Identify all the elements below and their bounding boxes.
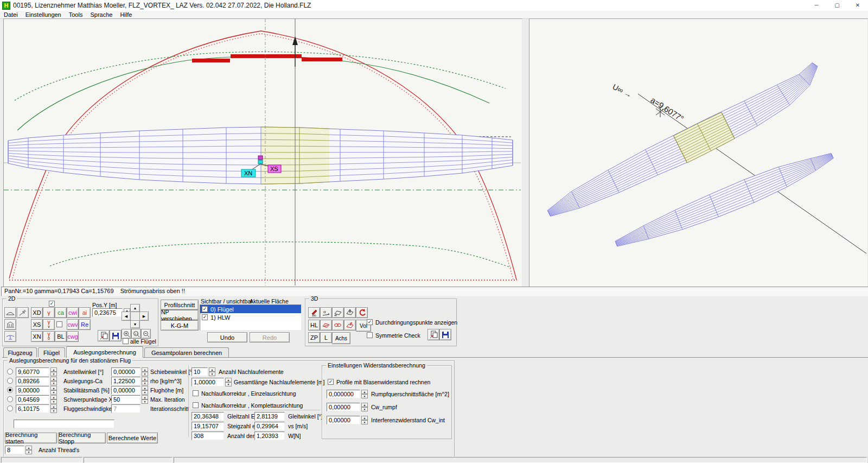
anstellwinkel-spinner[interactable] [50,367,57,376]
cw-rumpf-spinner[interactable] [361,403,368,411]
save-plot-button[interactable] [110,330,122,341]
panel-pick-button[interactable] [308,307,320,318]
xs-button[interactable]: XS [31,319,43,330]
xd-button[interactable]: XD [31,307,43,318]
alle-fluegel-checkbox[interactable] [123,338,129,344]
hlw-visible-checkbox[interactable] [202,314,208,320]
ca-button[interactable]: ca [55,307,67,318]
np-verschieben-button[interactable]: NP verschieben [161,310,199,320]
pos-y-field[interactable]: 0,23675 [92,308,123,317]
rumpfquerschnitt-spinner[interactable] [361,390,368,398]
list-item-hlw[interactable]: 1) HLW [200,313,301,321]
minimize-button[interactable]: ─ [806,0,827,11]
menu-tools[interactable]: Tools [65,11,87,18]
nachlaufkorrektur-komplett-checkbox[interactable] [193,402,199,408]
menu-datei[interactable]: Datei [0,11,22,18]
vs-field[interactable]: 0,29964 [254,422,285,430]
radio-schwerpunktlage[interactable] [7,396,13,402]
fuselage-view-button[interactable] [4,319,16,330]
rumpfquerschnitt-field[interactable]: 0,000000 [327,390,360,398]
rho-field[interactable]: 1,22500 [111,377,141,385]
symmetrie-checkbox[interactable] [367,332,373,338]
anstellwinkel-field[interactable]: 9,60770 [16,367,49,376]
view-2d-panel[interactable]: XN XS [3,18,522,287]
rho-spinner[interactable] [142,377,148,385]
nachlaufkorrektur-einzel-checkbox[interactable] [193,390,199,396]
cw-profile-checkbox[interactable] [56,321,62,327]
l-button[interactable]: L [320,332,332,343]
panels-field[interactable]: 308 [192,432,224,440]
zoom-in-button[interactable] [122,329,131,339]
normals-button[interactable] [344,320,356,331]
fluegel-visible-checkbox[interactable] [202,306,208,312]
pan-up-button[interactable]: ▲ [130,304,140,312]
save-3d-button[interactable] [439,329,451,340]
tab-auslegungsberechnung[interactable]: Auslegungsberechnung [66,346,143,358]
undo-button[interactable]: Undo [207,332,247,343]
nachlaufelemente-spinner[interactable] [209,367,215,376]
threads-spinner[interactable] [25,446,32,454]
copy-3d-button[interactable] [427,329,439,340]
planform-view-button[interactable] [4,307,16,318]
schwerpunktlage-field[interactable]: 0,64569 [16,395,49,404]
cwv-button[interactable]: cwv [67,319,79,330]
copy-plot-button[interactable] [98,330,110,341]
steigzahl-field[interactable]: 19,15707 [192,422,224,430]
zoom-reset-button[interactable]: 1:1 [131,329,141,339]
auslegungs-ca-field[interactable]: 0,89266 [16,377,49,385]
tab-gesamtpolaren[interactable]: Gesamtpolaren berechnen [144,347,229,357]
radio-stabilitaetsmass[interactable] [7,387,13,393]
cw-int-spinner[interactable] [361,416,368,424]
vector-view-button[interactable] [17,307,29,318]
schwerpunktlage-spinner[interactable] [50,395,57,404]
gleitwinkel-field[interactable]: 2,81139 [254,412,285,421]
kgm-button[interactable]: K-G-M [161,320,199,331]
pan-right-button[interactable]: ▶ [139,312,149,321]
fluggeschwindigkeit-field[interactable]: 6,10175 [16,404,49,413]
flughoehe-spinner[interactable] [142,386,148,395]
berechnung-starten-button[interactable]: Berechnung starten [5,433,57,443]
menu-sprache[interactable]: Sprache [86,11,116,18]
radio-auslegungs-ca[interactable] [7,378,13,384]
stabilitaetsmass-spinner[interactable] [50,386,57,395]
rotate-alpha-button[interactable]: α [320,307,332,318]
surface-list[interactable]: 0) Flügel 1) HLW [200,305,302,331]
gleitzahl-field[interactable]: 20,36348 [192,412,224,421]
radio-fluggeschwindigkeit[interactable] [7,405,13,411]
re-button[interactable]: Re [79,319,91,330]
redo-button[interactable]: Redo [250,332,290,343]
hl-button[interactable]: HL [308,320,320,331]
tab-flugzeug[interactable]: Flugzeug [3,347,37,357]
cw-int-field[interactable]: 0,00000 [327,416,360,424]
maximize-button[interactable]: ▢ [827,0,847,11]
xn-button[interactable]: XN [31,331,43,342]
gesamtlaenge-spinner[interactable] [225,378,232,386]
rotate-plane-button[interactable] [332,307,344,318]
panel-fill-button[interactable] [320,320,332,331]
max-iteration-spinner[interactable] [142,395,148,404]
pan-left-button[interactable]: ◀ [122,312,131,321]
cwg-button[interactable]: cwg [67,331,79,342]
flughoehe-field[interactable]: 0,00000 [111,386,141,395]
view-3d-panel[interactable]: U∞ → a=9.6077° [529,18,868,287]
weight-field[interactable]: 1,20393 [254,432,285,440]
rotate-z-button[interactable] [344,307,356,318]
threads-field[interactable]: 8 [5,446,24,454]
gamma-0-button[interactable]: γ0 [43,331,55,342]
max-iteration-field[interactable]: 50 [111,395,141,404]
blasenwiderstand-checkbox[interactable] [328,379,334,385]
tab-fluegel[interactable]: Flügel [38,347,65,357]
berechnete-werte-button[interactable]: Berechnete Werte [107,433,158,443]
stabilitaetsmass-field[interactable]: 9,00000 [16,386,49,395]
list-item-fluegel[interactable]: 0) Flügel [200,305,301,313]
gamma-visible-checkbox[interactable] [49,301,55,307]
bl-button[interactable]: BL [55,331,67,342]
durchdringung-checkbox[interactable] [367,319,373,325]
gamma-button[interactable]: γ [43,307,55,318]
auslegungs-ca-spinner[interactable] [50,377,57,385]
fluggeschwindigkeit-spinner[interactable] [50,404,57,413]
3d-model-canvas[interactable]: U∞ → a=9.6077° [529,19,866,286]
close-button[interactable]: ✕ [847,0,868,11]
menu-hilfe[interactable]: Hilfe [116,11,136,18]
zp-button[interactable]: ZP [308,332,320,343]
